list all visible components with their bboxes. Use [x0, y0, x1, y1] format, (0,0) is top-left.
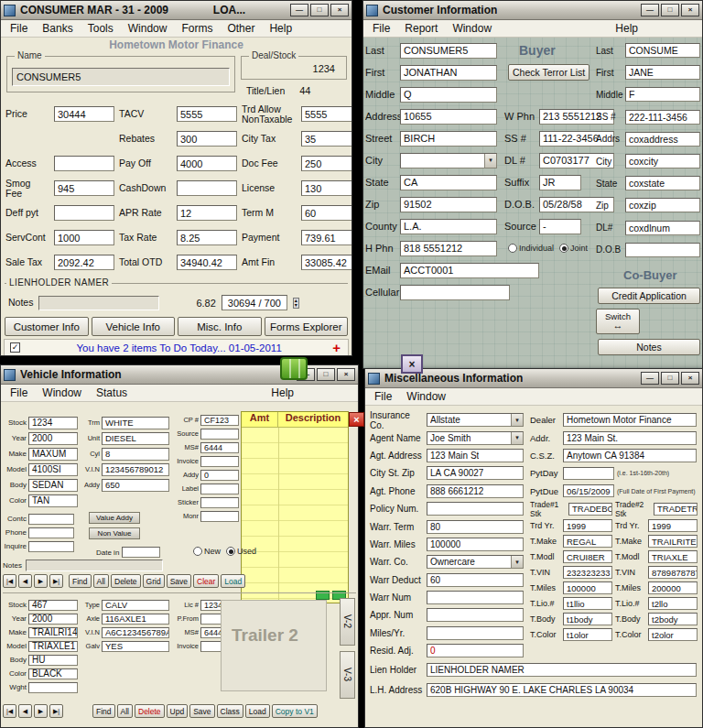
tax-rate-input[interactable]: 8.25 [177, 230, 237, 245]
misc-field-input[interactable]: Ownercare ▾ [427, 555, 524, 569]
vehicle-field-input[interactable] [200, 429, 239, 440]
vehicle-tab[interactable]: V-3 [340, 651, 355, 699]
vehicle-field-input[interactable]: SEDAN [28, 479, 78, 492]
servcont-input[interactable]: 1000 [54, 230, 114, 245]
vehicle-field-input[interactable]: 650 [102, 479, 169, 492]
new-radio[interactable] [193, 547, 202, 556]
pytdue-input[interactable]: 06/15/2009 [563, 484, 614, 497]
record-nav-button[interactable]: ▶| [49, 704, 63, 718]
nav-button[interactable]: Misc. Info [178, 317, 262, 336]
smog-fee-input[interactable]: 945 [54, 180, 114, 196]
trade1-stk-input[interactable]: TRADEBOAT [568, 503, 612, 516]
cobuyer-field-input[interactable] [625, 243, 700, 257]
date-in-input[interactable] [122, 547, 160, 558]
menu-item[interactable]: File [365, 22, 397, 35]
license-input[interactable]: 130 [301, 180, 352, 196]
maximize-button[interactable]: □ [661, 372, 679, 385]
total-otd-input[interactable]: 34940.42 [177, 255, 237, 270]
misc-field-input[interactable]: 100000 [427, 538, 524, 551]
vehicle-field-input[interactable]: MAXUM [28, 448, 78, 461]
lien-holder-input[interactable]: LIENHOLDER NAMER [427, 663, 697, 677]
menu-item[interactable]: File [3, 22, 35, 35]
customer-titlebar[interactable]: Customer Information — □ × [363, 1, 702, 20]
menu-item[interactable]: Window [121, 22, 175, 35]
vehicle-field-input[interactable] [28, 527, 74, 538]
state-input[interactable]: CA [400, 175, 497, 190]
todo-checkbox[interactable]: ✓ [10, 342, 20, 353]
trade1-field-input[interactable]: t1olor [563, 628, 612, 641]
used-radio[interactable] [226, 547, 235, 556]
menu-item[interactable]: File [3, 386, 35, 399]
menu-item[interactable]: Window [399, 390, 453, 403]
pytday-input[interactable] [563, 467, 614, 480]
notes-input[interactable] [38, 296, 159, 310]
spin-down-icon[interactable]: ▾ [295, 303, 297, 308]
menu-item[interactable]: Window [445, 22, 499, 35]
trade1-field-input[interactable]: t1body [563, 613, 612, 625]
vehicle-field-input[interactable]: 116AXLE1 [102, 614, 169, 625]
nav-button[interactable]: Vehicle Info [92, 317, 176, 336]
street-input[interactable]: BIRCH [400, 131, 497, 147]
cashdown-input[interactable] [177, 180, 237, 196]
vehicle-field-input[interactable]: 2000 [28, 614, 78, 625]
vehicle-notes-input[interactable] [26, 560, 163, 571]
address-input[interactable]: 10655 [400, 109, 497, 125]
vehicle-field-input[interactable]: WHITE [102, 417, 169, 429]
trade2-field-input[interactable]: t2olor [648, 628, 698, 641]
payment-input[interactable]: 739.61 [301, 230, 352, 245]
close-button[interactable]: × [681, 4, 699, 16]
vehicle-field-input[interactable]: DIESEL [102, 432, 169, 445]
switch-button[interactable]: Switch ↔ [596, 309, 640, 334]
email-input[interactable]: ACCT0001 [400, 263, 539, 278]
misc-field-input[interactable]: 80 [427, 520, 524, 534]
vehicle-action-button[interactable]: Copy to V1 [272, 704, 318, 718]
minimize-button[interactable]: — [641, 4, 659, 16]
trade2-field-input[interactable]: t2llo [648, 597, 698, 610]
misc-field-input[interactable]: Joe Smith ▾ [427, 431, 524, 445]
menu-item[interactable]: Help [262, 22, 299, 35]
trade2-field-input[interactable]: 1999 [648, 519, 698, 532]
record-nav-button[interactable]: ▶| [49, 574, 63, 588]
misc-field-input[interactable]: Allstate ▾ [427, 413, 524, 427]
rebates-input[interactable]: 300 [177, 131, 237, 147]
apr-rate-input[interactable]: 12 [177, 205, 237, 221]
cobuyer-field-input[interactable]: coxaddress [625, 132, 700, 147]
vehicle-field-input[interactable] [28, 514, 74, 525]
vehicle-action-button[interactable]: Grid [143, 574, 165, 588]
menu-item[interactable]: Status [89, 386, 135, 399]
misc-field-input[interactable]: 123 Main St. [563, 431, 697, 445]
cobuyer-field-input[interactable]: coxzip [625, 198, 700, 212]
vehicle-field-input[interactable]: CF123 [200, 415, 239, 426]
access-input[interactable] [54, 156, 114, 171]
last-input[interactable]: CONSUMER5 [400, 43, 497, 59]
record-nav-button[interactable]: ▶ [34, 574, 48, 588]
deal-titlebar[interactable]: CONSUMER MAR - 31 - 2009 LOA... — □ × [1, 1, 352, 20]
amount-description-grid[interactable]: Amt Description [241, 411, 349, 603]
h-phn-input[interactable]: 818 5551212 [400, 241, 497, 256]
menu-item[interactable]: Other [220, 22, 262, 35]
pay-off-input[interactable]: 4000 [177, 156, 237, 171]
add-todo-button[interactable]: + [332, 340, 341, 355]
trd-allow-input[interactable]: 5555 [301, 106, 352, 122]
county-input[interactable]: L.A. [400, 219, 497, 234]
misc-field-input[interactable]: Anytown CA 91384 [563, 449, 697, 462]
misc-field-input[interactable]: 123 Main St [427, 449, 524, 462]
vehicle-field-input[interactable] [200, 484, 239, 494]
vehicle-field-input[interactable]: TRAILRI14 [28, 627, 78, 638]
trade2-field-input[interactable]: TRAILRITE [648, 535, 698, 548]
misc-field-input[interactable]: 60 [427, 573, 524, 587]
vehicle-field-input[interactable]: 1234 [28, 417, 78, 429]
misc-field-input[interactable]: LA CA 90027 [427, 466, 524, 480]
vehicle-field-input[interactable]: 8 [102, 448, 169, 461]
cobuyer-field-input[interactable]: 222-111-3456 [625, 110, 700, 125]
suffix-input[interactable]: JR [539, 175, 581, 190]
dropdown-arrow-icon[interactable]: ▾ [511, 432, 523, 444]
close-button[interactable]: × [330, 4, 349, 16]
misc-field-input[interactable] [427, 591, 524, 604]
middle-input[interactable]: Q [400, 87, 497, 103]
vehicle-field-input[interactable]: 6444 [200, 442, 239, 453]
menu-item[interactable]: Report [397, 22, 445, 35]
source-input[interactable]: - [539, 219, 581, 234]
floating-close-icon[interactable]: × [349, 412, 364, 427]
vehicle-action-button[interactable]: Find [92, 704, 115, 718]
